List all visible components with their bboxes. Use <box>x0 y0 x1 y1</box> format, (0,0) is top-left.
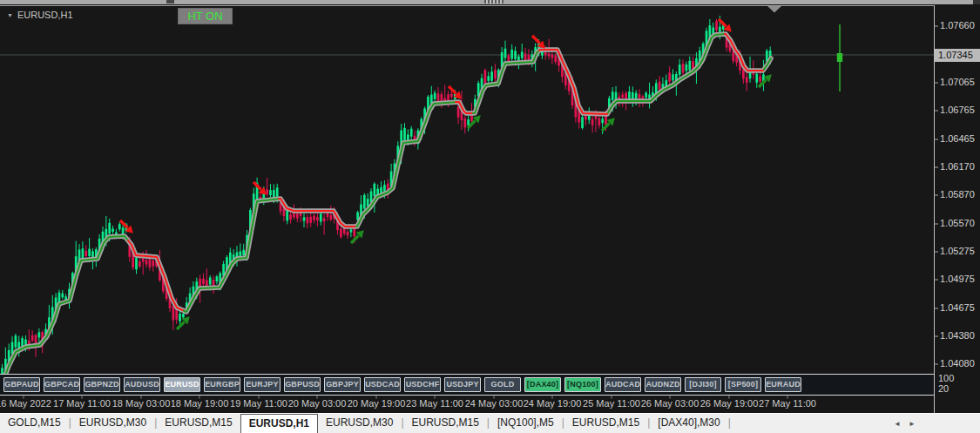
tab-eurusd-h1[interactable]: EURUSD,H1 <box>240 414 318 433</box>
tab-eurusd-m30[interactable]: EURUSD,M30 <box>71 414 154 433</box>
symbol-button-usdjpy[interactable]: USDJPY <box>444 377 481 392</box>
tab--nq100--m5[interactable]: [NQ100],M5 <box>490 414 562 433</box>
symbol-button-nq100[interactable]: [NQ100] <box>564 377 601 392</box>
symbol-button-gold[interactable]: GOLD <box>484 377 521 392</box>
tab-eurusd-m30[interactable]: EURUSD,M30 <box>318 414 401 433</box>
ht-toggle-button[interactable]: HT ON <box>178 8 233 24</box>
symbol-button-gbpaud[interactable]: GBPAUD <box>3 377 40 392</box>
tab-separator: | <box>728 414 731 433</box>
symbol-button-audcad[interactable]: AUDCAD <box>605 377 641 392</box>
price-chart-canvas[interactable] <box>0 0 980 433</box>
symbol-button-eurusd[interactable]: EURUSD <box>164 377 200 392</box>
symbol-button-sp500[interactable]: [SP500] <box>725 377 761 392</box>
price-tick-label: 1.04675 <box>940 302 980 313</box>
symbol-timeframe-text: EURUSD,H1 <box>17 10 73 20</box>
tab-eurusd-m15[interactable]: EURUSD,M15 <box>157 414 240 433</box>
tab--dax40--m30[interactable]: [DAX40],M30 <box>650 414 727 433</box>
price-tick-label: 1.05275 <box>940 246 980 256</box>
price-tick-label: 1.05570 <box>940 218 980 228</box>
price-tick-label: 1.06765 <box>940 105 980 115</box>
price-tick-label: 1.04080 <box>940 358 980 369</box>
top-edge-grip-dots <box>484 0 504 3</box>
symbol-button-audusd[interactable]: AUDUSD <box>124 377 160 392</box>
triangle-down-icon: ▼ <box>7 12 13 18</box>
symbol-buttons-row: GBPAUDGBPCADGBPNZDAUDUSDEURUSDEURGBPEURJ… <box>0 374 934 396</box>
symbol-button-eurgbp[interactable]: EURGBP <box>204 377 240 392</box>
price-tick-label: 1.07660 <box>940 20 980 30</box>
top-edge-corner <box>973 0 980 4</box>
price-tick-label: 1.04975 <box>940 274 980 284</box>
symbol-button-usdchf[interactable]: USDCHF <box>404 377 441 392</box>
symbol-button-gbpusd[interactable]: GBPUSD <box>284 377 321 392</box>
tab-eurusd-m15[interactable]: EURUSD,M15 <box>404 414 487 433</box>
price-tick-label: 1.05870 <box>940 189 980 200</box>
symbol-button-gbpcad[interactable]: GBPCAD <box>44 377 80 392</box>
tab-scroll-right-icon[interactable]: ► <box>909 420 916 428</box>
price-tick-label: 1.06465 <box>940 133 980 144</box>
indicator-scale-label: 20 <box>938 383 973 394</box>
metatrader-chart-window: ▼ EURUSD,H1 HT ON GBPAUDGBPCADGBPNZDAUDU… <box>0 0 980 433</box>
price-tick-label: 1.06170 <box>940 161 980 172</box>
symbol-button-eurjpy[interactable]: EURJPY <box>244 377 280 392</box>
symbol-button-audnzd[interactable]: AUDNZD <box>645 377 681 392</box>
current-price-label: 1.07345 <box>935 49 980 62</box>
tab-gold-m15[interactable]: GOLD,M15 <box>0 414 69 433</box>
tab-eurusd-m15[interactable]: EURUSD,M15 <box>564 414 647 433</box>
time-tick-label: 27 May 11:00 <box>751 398 824 409</box>
tab-nav: ◄ ► <box>894 414 916 433</box>
symbol-button-euraud[interactable]: EURAUD <box>765 377 801 392</box>
symbol-button-usdcad[interactable]: USDCAD <box>364 377 401 392</box>
indicator-scale-label: 100 <box>938 373 973 383</box>
tab-scroll-left-icon[interactable]: ◄ <box>894 420 901 428</box>
symbol-button-gbpnzd[interactable]: GBPNZD <box>84 377 120 392</box>
symbol-button-gbpjpy[interactable]: GBPJPY <box>324 377 361 392</box>
price-tick-label: 1.07065 <box>940 77 980 87</box>
price-tick-label: 1.04380 <box>940 330 980 341</box>
chart-symbol-label: ▼ EURUSD,H1 <box>7 10 73 20</box>
symbol-button-dax40[interactable]: [DAX40] <box>524 377 561 392</box>
chart-tabs-bar: GOLD,M15|EURUSD,M30|EURUSD,M15EURUSD,H1E… <box>0 413 980 433</box>
top-edge-mark <box>166 0 174 3</box>
symbol-button-dji30[interactable]: [DJI30] <box>685 377 721 392</box>
window-top-edge <box>0 0 980 4</box>
